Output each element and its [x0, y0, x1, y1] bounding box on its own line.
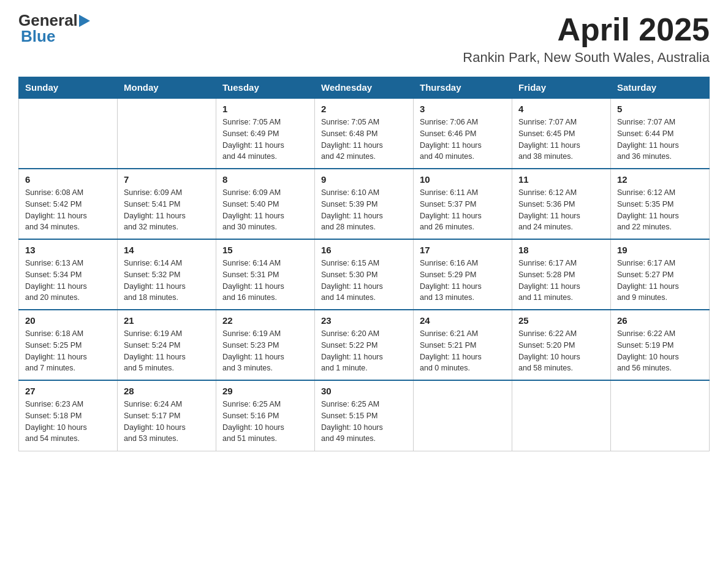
day-info: Sunrise: 6:17 AMSunset: 5:27 PMDaylight:…: [617, 258, 703, 304]
weekday-header-wednesday: Wednesday: [315, 77, 414, 99]
day-info: Sunrise: 6:16 AMSunset: 5:29 PMDaylight:…: [420, 258, 506, 304]
calendar-day-cell: 20Sunrise: 6:18 AMSunset: 5:25 PMDayligh…: [19, 310, 118, 380]
day-number: 5: [617, 104, 703, 114]
logo-general-text: General: [18, 12, 78, 28]
calendar-week-row: 1Sunrise: 7:05 AMSunset: 6:49 PMDaylight…: [19, 98, 710, 169]
day-info: Sunrise: 6:13 AMSunset: 5:34 PMDaylight:…: [25, 258, 111, 304]
day-info: Sunrise: 6:09 AMSunset: 5:41 PMDaylight:…: [124, 187, 210, 233]
day-info: Sunrise: 7:07 AMSunset: 6:44 PMDaylight:…: [617, 117, 703, 163]
day-number: 21: [124, 315, 210, 326]
calendar-week-row: 20Sunrise: 6:18 AMSunset: 5:25 PMDayligh…: [19, 310, 710, 380]
calendar-day-cell: 30Sunrise: 6:25 AMSunset: 5:15 PMDayligh…: [315, 380, 414, 451]
day-info: Sunrise: 7:06 AMSunset: 6:46 PMDaylight:…: [420, 117, 506, 163]
calendar-day-cell: 6Sunrise: 6:08 AMSunset: 5:42 PMDaylight…: [19, 169, 118, 239]
calendar-day-cell: 13Sunrise: 6:13 AMSunset: 5:34 PMDayligh…: [19, 239, 118, 310]
day-info: Sunrise: 6:19 AMSunset: 5:23 PMDaylight:…: [222, 328, 308, 374]
day-number: 12: [617, 174, 703, 185]
day-number: 25: [518, 315, 604, 326]
day-info: Sunrise: 6:14 AMSunset: 5:32 PMDaylight:…: [124, 258, 210, 304]
day-number: 22: [222, 315, 308, 326]
header: General Blue April 2025 Rankin Park, New…: [18, 12, 710, 66]
day-number: 10: [420, 174, 506, 185]
day-number: 26: [617, 315, 703, 326]
calendar-day-cell: [19, 98, 118, 169]
calendar-day-cell: 14Sunrise: 6:14 AMSunset: 5:32 PMDayligh…: [118, 239, 216, 310]
day-number: 11: [518, 174, 604, 185]
calendar-day-cell: 2Sunrise: 7:05 AMSunset: 6:48 PMDaylight…: [315, 98, 414, 169]
calendar-day-cell: 26Sunrise: 6:22 AMSunset: 5:19 PMDayligh…: [611, 310, 710, 380]
calendar-day-cell: [611, 380, 710, 451]
weekday-header-monday: Monday: [118, 77, 216, 99]
day-number: 30: [321, 386, 407, 396]
day-info: Sunrise: 6:24 AMSunset: 5:17 PMDaylight:…: [124, 399, 210, 445]
calendar-day-cell: 7Sunrise: 6:09 AMSunset: 5:41 PMDaylight…: [118, 169, 216, 239]
calendar-day-cell: 16Sunrise: 6:15 AMSunset: 5:30 PMDayligh…: [315, 239, 414, 310]
day-info: Sunrise: 6:25 AMSunset: 5:16 PMDaylight:…: [222, 399, 308, 445]
weekday-header-saturday: Saturday: [611, 77, 710, 99]
weekday-header-thursday: Thursday: [414, 77, 512, 99]
calendar-week-row: 27Sunrise: 6:23 AMSunset: 5:18 PMDayligh…: [19, 380, 710, 451]
day-info: Sunrise: 6:09 AMSunset: 5:40 PMDaylight:…: [222, 187, 308, 233]
day-number: 18: [518, 245, 604, 255]
day-number: 3: [420, 104, 506, 114]
day-number: 9: [321, 174, 407, 185]
day-info: Sunrise: 7:07 AMSunset: 6:45 PMDaylight:…: [518, 117, 604, 163]
weekday-header-sunday: Sunday: [19, 77, 118, 99]
day-info: Sunrise: 6:18 AMSunset: 5:25 PMDaylight:…: [25, 328, 111, 374]
day-info: Sunrise: 6:21 AMSunset: 5:21 PMDaylight:…: [420, 328, 506, 374]
day-number: 7: [124, 174, 210, 185]
calendar-day-cell: 9Sunrise: 6:10 AMSunset: 5:39 PMDaylight…: [315, 169, 414, 239]
calendar-day-cell: 3Sunrise: 7:06 AMSunset: 6:46 PMDaylight…: [414, 98, 512, 169]
weekday-header-row: SundayMondayTuesdayWednesdayThursdayFrid…: [19, 77, 710, 99]
day-number: 14: [124, 245, 210, 255]
calendar-subtitle: Rankin Park, New South Wales, Australia: [463, 50, 710, 66]
calendar-day-cell: 17Sunrise: 6:16 AMSunset: 5:29 PMDayligh…: [414, 239, 512, 310]
day-number: 27: [25, 386, 111, 396]
day-info: Sunrise: 6:17 AMSunset: 5:28 PMDaylight:…: [518, 258, 604, 304]
calendar-day-cell: 25Sunrise: 6:22 AMSunset: 5:20 PMDayligh…: [512, 310, 611, 380]
day-number: 16: [321, 245, 407, 255]
day-info: Sunrise: 6:20 AMSunset: 5:22 PMDaylight:…: [321, 328, 407, 374]
day-number: 4: [518, 104, 604, 114]
day-info: Sunrise: 6:22 AMSunset: 5:20 PMDaylight:…: [518, 328, 604, 374]
day-number: 23: [321, 315, 407, 326]
day-info: Sunrise: 6:23 AMSunset: 5:18 PMDaylight:…: [25, 399, 111, 445]
weekday-header-tuesday: Tuesday: [216, 77, 315, 99]
day-info: Sunrise: 6:08 AMSunset: 5:42 PMDaylight:…: [25, 187, 111, 233]
day-number: 20: [25, 315, 111, 326]
logo-arrow-icon: [79, 15, 90, 27]
day-info: Sunrise: 6:14 AMSunset: 5:31 PMDaylight:…: [222, 258, 308, 304]
weekday-header-friday: Friday: [512, 77, 611, 99]
calendar-day-cell: [512, 380, 611, 451]
calendar-day-cell: 18Sunrise: 6:17 AMSunset: 5:28 PMDayligh…: [512, 239, 611, 310]
calendar-week-row: 13Sunrise: 6:13 AMSunset: 5:34 PMDayligh…: [19, 239, 710, 310]
calendar-day-cell: 11Sunrise: 6:12 AMSunset: 5:36 PMDayligh…: [512, 169, 611, 239]
day-number: 13: [25, 245, 111, 255]
day-info: Sunrise: 7:05 AMSunset: 6:48 PMDaylight:…: [321, 117, 407, 163]
day-info: Sunrise: 6:10 AMSunset: 5:39 PMDaylight:…: [321, 187, 407, 233]
calendar-week-row: 6Sunrise: 6:08 AMSunset: 5:42 PMDaylight…: [19, 169, 710, 239]
title-section: April 2025 Rankin Park, New South Wales,…: [463, 12, 710, 66]
day-number: 24: [420, 315, 506, 326]
calendar-day-cell: 4Sunrise: 7:07 AMSunset: 6:45 PMDaylight…: [512, 98, 611, 169]
day-info: Sunrise: 6:25 AMSunset: 5:15 PMDaylight:…: [321, 399, 407, 445]
calendar-day-cell: 1Sunrise: 7:05 AMSunset: 6:49 PMDaylight…: [216, 98, 315, 169]
calendar-day-cell: 21Sunrise: 6:19 AMSunset: 5:24 PMDayligh…: [118, 310, 216, 380]
calendar-day-cell: 8Sunrise: 6:09 AMSunset: 5:40 PMDaylight…: [216, 169, 315, 239]
day-number: 15: [222, 245, 308, 255]
day-number: 1: [222, 104, 308, 114]
day-number: 6: [25, 174, 111, 185]
calendar-day-cell: 23Sunrise: 6:20 AMSunset: 5:22 PMDayligh…: [315, 310, 414, 380]
day-number: 29: [222, 386, 308, 396]
day-info: Sunrise: 6:22 AMSunset: 5:19 PMDaylight:…: [617, 328, 703, 374]
day-info: Sunrise: 6:11 AMSunset: 5:37 PMDaylight:…: [420, 187, 506, 233]
day-info: Sunrise: 6:12 AMSunset: 5:36 PMDaylight:…: [518, 187, 604, 233]
calendar-day-cell: 10Sunrise: 6:11 AMSunset: 5:37 PMDayligh…: [414, 169, 512, 239]
calendar-table: SundayMondayTuesdayWednesdayThursdayFrid…: [18, 77, 710, 451]
calendar-day-cell: 29Sunrise: 6:25 AMSunset: 5:16 PMDayligh…: [216, 380, 315, 451]
day-number: 17: [420, 245, 506, 255]
day-info: Sunrise: 6:15 AMSunset: 5:30 PMDaylight:…: [321, 258, 407, 304]
calendar-day-cell: 24Sunrise: 6:21 AMSunset: 5:21 PMDayligh…: [414, 310, 512, 380]
calendar-day-cell: 12Sunrise: 6:12 AMSunset: 5:35 PMDayligh…: [611, 169, 710, 239]
calendar-day-cell: 22Sunrise: 6:19 AMSunset: 5:23 PMDayligh…: [216, 310, 315, 380]
